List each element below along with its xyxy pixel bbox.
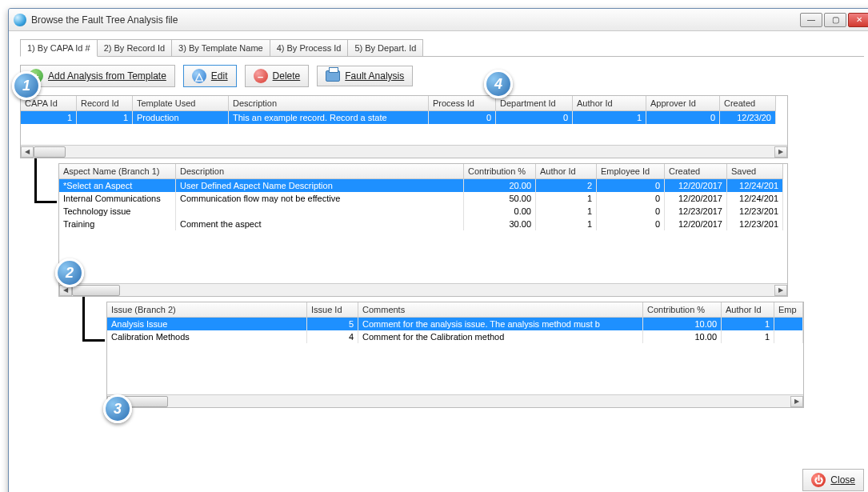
cell: 1	[573, 111, 646, 124]
cell: 5	[307, 318, 358, 330]
col-aspect-saved[interactable]: Saved	[727, 164, 783, 179]
col-department-id[interactable]: Department Id	[496, 96, 573, 111]
add-analysis-label: Add Analysis from Template	[48, 70, 166, 82]
tabs: 1) By CAPA Id # 2) By Record Id 3) By Te…	[20, 39, 864, 57]
table-row[interactable]: TrainingComment the aspect30.001012/20/2…	[59, 218, 787, 230]
table-row[interactable]: *Select an AspectUser Defined Aspect Nam…	[59, 179, 787, 192]
cell: 30.00	[464, 218, 536, 230]
cell: 10.00	[643, 330, 722, 343]
cell	[774, 330, 803, 343]
fault-analysis-label: Fault Analysis	[345, 70, 404, 82]
grid-capa-scrollbar[interactable]: ◀ ▶	[21, 145, 787, 158]
col-template[interactable]: Template Used	[133, 96, 229, 111]
cell: Production	[133, 111, 229, 124]
col-aspect-desc[interactable]: Description	[176, 164, 464, 179]
tab-by-template-name[interactable]: 3) By Template Name	[171, 39, 270, 56]
cell: Technology issue	[59, 205, 176, 218]
cell: 0	[496, 111, 573, 124]
tab-by-capa-id[interactable]: 1) By CAPA Id #	[20, 39, 98, 57]
cell: 0	[597, 205, 665, 218]
edit-label: Edit	[211, 70, 228, 82]
delete-button[interactable]: – Delete	[245, 65, 310, 87]
cell: This an example record. Record a state	[229, 111, 429, 124]
tab-by-depart-id[interactable]: 5) By Depart. Id	[347, 39, 423, 56]
col-aspect-created[interactable]: Created	[665, 164, 727, 179]
power-icon: ⏻	[811, 473, 826, 487]
cell: 12/23/201	[727, 218, 783, 230]
col-issue-emp[interactable]: Emp	[774, 302, 803, 318]
cell: 12/24/201	[727, 179, 783, 192]
table-row[interactable]: Technology issue0.001012/23/201712/23/20…	[59, 205, 787, 218]
minimize-button[interactable]: —	[800, 13, 822, 27]
titlebar: Browse the Fault Tree Analysis file — ▢ …	[9, 9, 868, 31]
grid-aspect-scrollbar[interactable]: ◀ ▶	[59, 283, 787, 296]
tab-by-process-id[interactable]: 4) By Process Id	[270, 39, 349, 56]
col-aspect-author[interactable]: Author Id	[536, 164, 597, 179]
cell: 1	[21, 111, 77, 124]
col-aspect-name[interactable]: Aspect Name (Branch 1)	[59, 164, 176, 179]
cell: 0	[429, 111, 496, 124]
maximize-button[interactable]: ▢	[824, 13, 846, 27]
fault-analysis-button[interactable]: Fault Analysis	[317, 66, 413, 86]
cell: Calibration Methods	[107, 330, 307, 343]
cell: 12/23/201	[727, 205, 783, 218]
edit-button[interactable]: △ Edit	[183, 65, 237, 87]
table-row[interactable]: 11ProductionThis an example record. Reco…	[21, 111, 787, 124]
col-description[interactable]: Description	[229, 96, 429, 111]
table-row[interactable]: Internal CommunicationsCommunication flo…	[59, 192, 787, 205]
edit-icon: △	[192, 69, 206, 83]
cell: 2	[536, 179, 597, 192]
window-close-button[interactable]: ✕	[848, 13, 868, 27]
tab-by-record-id[interactable]: 2) By Record Id	[97, 39, 172, 56]
annotation-1: 1	[12, 71, 41, 100]
scroll-right-icon[interactable]: ▶	[774, 146, 787, 158]
col-issue-contribution[interactable]: Contribution %	[643, 302, 722, 318]
cell: 1	[722, 330, 774, 343]
annotation-2: 2	[55, 258, 84, 287]
col-approver-id[interactable]: Approver Id	[646, 96, 720, 111]
cell: 1	[722, 318, 774, 330]
col-issue-id[interactable]: Issue Id	[307, 302, 358, 318]
col-employee-id[interactable]: Employee Id	[597, 164, 665, 179]
cell: Training	[59, 218, 176, 230]
annotation-3: 3	[103, 394, 132, 423]
scroll-right-icon[interactable]: ▶	[774, 285, 787, 296]
col-issue[interactable]: Issue (Branch 2)	[107, 302, 307, 318]
scroll-left-icon[interactable]: ◀	[21, 146, 34, 158]
annotation-4: 4	[484, 70, 513, 98]
table-row[interactable]: Calibration Methods4Comment for the Cali…	[107, 330, 803, 343]
cell: 0.00	[464, 205, 536, 218]
cell: Internal Communications	[59, 192, 176, 205]
scroll-right-icon[interactable]: ▶	[790, 396, 803, 407]
globe-icon	[14, 14, 26, 26]
cell: Comment the aspect	[176, 218, 464, 230]
cell	[774, 318, 803, 330]
cell: 20.00	[464, 179, 536, 192]
col-comments[interactable]: Comments	[358, 302, 643, 318]
cell: 4	[307, 330, 358, 343]
col-record-id[interactable]: Record Id	[77, 96, 133, 111]
cell: 0	[646, 111, 720, 124]
cell: 1	[536, 192, 597, 205]
cell: 12/23/20	[720, 111, 776, 124]
grid-issue-scrollbar[interactable]: ◀ ▶	[107, 394, 803, 407]
col-process-id[interactable]: Process Id	[429, 96, 496, 111]
cell: Analysis Issue	[107, 318, 307, 330]
cell: 12/20/2017	[665, 192, 727, 205]
cell: *Select an Aspect	[59, 179, 176, 192]
window-title: Browse the Fault Tree Analysis file	[31, 14, 800, 26]
col-author-id[interactable]: Author Id	[573, 96, 646, 111]
cell: 12/23/2017	[665, 205, 727, 218]
add-analysis-button[interactable]: + Add Analysis from Template	[20, 65, 175, 87]
grid-aspect: Aspect Name (Branch 1) Description Contr…	[58, 163, 788, 297]
cell: Comment for the analysis issue. The anal…	[358, 318, 643, 330]
delete-label: Delete	[273, 70, 301, 82]
cell	[176, 205, 464, 218]
col-contribution[interactable]: Contribution %	[464, 164, 536, 179]
cell: 12/20/2017	[665, 179, 727, 192]
col-created[interactable]: Created	[720, 96, 776, 111]
close-button[interactable]: ⏻ Close	[802, 469, 864, 491]
grid-capa: CAPA Id Record Id Template Used Descript…	[20, 95, 788, 158]
table-row[interactable]: Analysis Issue5Comment for the analysis …	[107, 318, 803, 330]
col-issue-author[interactable]: Author Id	[722, 302, 774, 318]
